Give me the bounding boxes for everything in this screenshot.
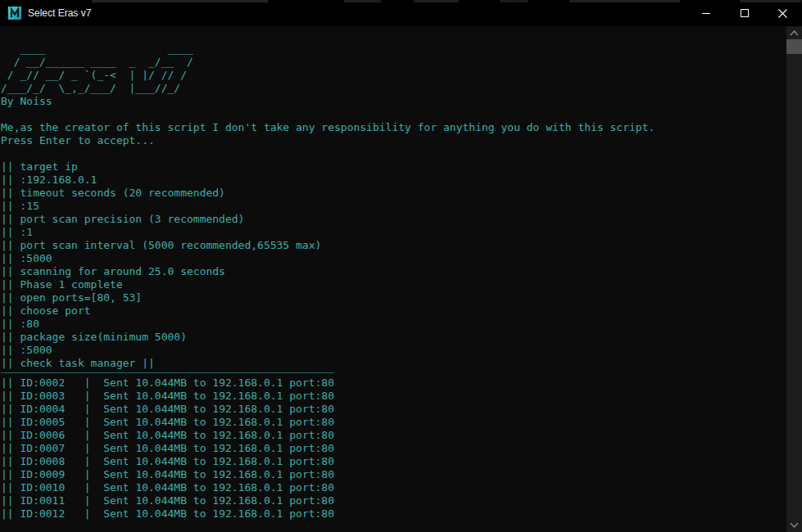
chevron-up-icon [790,30,799,36]
thread-id: ID:0002 [20,376,65,389]
minimize-icon [702,13,710,14]
thread-id: ID:0012 [20,507,65,520]
disclaimer-line: Me,as the creator of this script I don't… [1,121,786,134]
thread-id: ID:0007 [20,442,65,454]
table-row: || ID:0009 | Sent 10.044MB to 192.168.0.… [1,468,786,481]
setup-line: || :5000 [1,344,786,357]
log-table: || ID:0002 | Sent 10.044MB to 192.168.0.… [1,376,786,521]
setup-line: || package size(minimum 5000) [1,331,786,344]
thread-id: ID:0009 [20,468,65,480]
sent-message: Sent 10.044MB to 192.168.0.1 port:80 [103,416,334,428]
ascii-art-line: ____ ____ [1,43,786,56]
sent-message: Sent 10.044MB to 192.168.0.1 port:80 [103,494,334,507]
setup-line: || :192.168.0.1 [1,174,786,187]
row-divider: | [65,403,103,415]
thread-id: ID:0011 [20,494,65,507]
close-button[interactable] [763,0,802,26]
row-border: || [1,390,20,402]
table-row: || ID:0008 | Sent 10.044MB to 192.168.0.… [1,455,786,468]
table-row: || ID:0006 | Sent 10.044MB to 192.168.0.… [1,429,786,442]
row-divider: | [65,494,103,507]
row-border: || [1,455,20,467]
table-row: || ID:0010 | Sent 10.044MB to 192.168.0.… [1,481,786,494]
setup-line: || port scan interval (5000 recommended,… [1,239,786,252]
row-border: || [1,442,20,454]
minimize-button[interactable] [686,0,725,26]
maximize-button[interactable] [725,0,763,26]
table-row: || ID:0004 | Sent 10.044MB to 192.168.0.… [1,403,786,416]
setup-line: || target ip [1,160,786,174]
setup-line: || :5000 [1,252,786,265]
window-controls [686,0,802,26]
setup-line: || open ports=[80, 53] [1,291,786,304]
setup-line: || scanning for around 25.0 seconds [1,265,786,278]
sent-message: Sent 10.044MB to 192.168.0.1 port:80 [103,455,334,467]
row-border: || [1,416,20,428]
row-border: || [1,494,20,507]
setup-line: || :80 [1,318,786,331]
row-divider: | [65,507,103,520]
table-row: || ID:0002 | Sent 10.044MB to 192.168.0.… [1,376,786,390]
chevron-down-icon [790,522,799,528]
thread-id: ID:0003 [20,390,65,402]
scroll-down-button[interactable] [786,518,802,532]
titlebar[interactable]: Select Eras v7 [0,0,802,26]
row-border: || [1,468,20,480]
table-row: || ID:0005 | Sent 10.044MB to 192.168.0.… [1,416,786,429]
ascii-art-line: / __/______ ____ _ _/__ / [1,56,786,69]
sent-message: Sent 10.044MB to 192.168.0.1 port:80 [103,442,334,454]
thread-id: ID:0008 [20,455,65,467]
row-divider: | [65,429,103,441]
setup-line: || Phase 1 complete [1,278,786,291]
maximize-icon [741,9,749,17]
press-enter-prompt: Press Enter to accept... [1,134,786,147]
ascii-art-line: /___/_/ \_,_/___/ |___//_/ [1,82,786,95]
setup-line: || port scan precision (3 recommended) [1,213,786,226]
sent-message: Sent 10.044MB to 192.168.0.1 port:80 [103,376,334,389]
row-divider: | [65,416,103,428]
row-border: || [1,429,20,441]
sent-message: Sent 10.044MB to 192.168.0.1 port:80 [103,507,334,520]
thread-id: ID:0004 [20,403,65,415]
thread-id: ID:0006 [20,429,65,441]
table-row: || ID:0012 | Sent 10.044MB to 192.168.0.… [1,507,786,521]
close-icon [778,9,787,18]
sent-message: Sent 10.044MB to 192.168.0.1 port:80 [103,403,334,415]
row-divider: | [65,442,103,454]
setup-line: || :1 [1,226,786,239]
row-divider: | [65,468,103,480]
row-divider: | [65,481,103,494]
sent-message: Sent 10.044MB to 192.168.0.1 port:80 [103,481,334,494]
vertical-scrollbar[interactable] [786,26,802,532]
row-divider: | [65,376,103,389]
row-divider: | [65,390,103,402]
row-divider: | [65,455,103,467]
console-output: ____ ____ / __/______ ____ _ _/__ / / _/… [0,26,786,532]
table-row: || ID:0007 | Sent 10.044MB to 192.168.0.… [1,442,786,455]
ascii-art-line: / _// __/ _ `(_-< | |/ // / [1,69,786,82]
scroll-up-button[interactable] [786,26,802,40]
row-border: || [1,403,20,415]
ascii-art-banner: ____ ____ / __/______ ____ _ _/__ / / _/… [1,43,786,95]
row-border: || [1,376,20,389]
sent-message: Sent 10.044MB to 192.168.0.1 port:80 [103,429,334,441]
table-row: || ID:0003 | Sent 10.044MB to 192.168.0.… [1,390,786,403]
row-border: || [1,507,20,520]
thread-id: ID:0005 [20,416,65,428]
row-border: || [1,481,20,494]
setup-line: || choose port [1,304,786,318]
setup-line: || :15 [1,200,786,213]
scrollbar-thumb[interactable] [786,39,802,54]
byline: By Noiss [1,95,786,108]
setup-line: || timeout seconds (20 recommended) [1,187,786,200]
app-icon [8,7,21,20]
sent-message: Sent 10.044MB to 192.168.0.1 port:80 [103,390,334,402]
sent-message: Sent 10.044MB to 192.168.0.1 port:80 [103,468,334,480]
table-separator: ________________________________________… [1,370,786,376]
table-row: || ID:0011 | Sent 10.044MB to 192.168.0.… [1,494,786,507]
thread-id: ID:0010 [20,481,65,494]
window-title: Select Eras v7 [28,7,91,19]
setup-section: || target ip|| :192.168.0.1|| timeout se… [1,160,786,370]
